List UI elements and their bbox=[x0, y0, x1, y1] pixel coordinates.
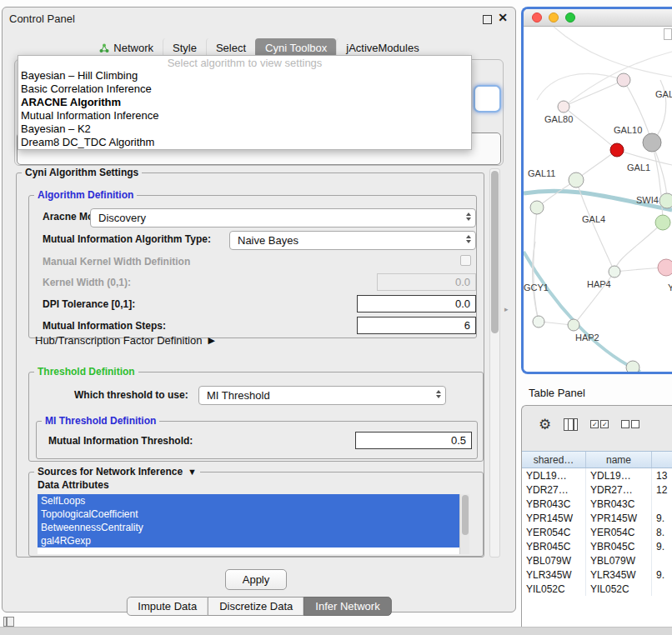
algorithm-option[interactable]: Bayesian – K2 bbox=[18, 122, 471, 136]
algorithm-dropdown: Select algorithm to view settings Bayesi… bbox=[18, 55, 472, 150]
table-row[interactable]: YIL052CYIL052C bbox=[522, 582, 672, 596]
control-panel-window: Control Panel ✕ NetworkStyleSelectCyni T… bbox=[2, 7, 516, 612]
which-threshold-value: MI Threshold bbox=[207, 389, 270, 402]
sources-title-text: Sources for Network Inference bbox=[38, 466, 183, 478]
threshold-definition-group: Threshold Definition Which threshold to … bbox=[28, 372, 484, 462]
hub-tf-label: Hub/Transcription Factor Definition bbox=[35, 334, 202, 347]
algorithm-option[interactable]: Dream8 DC_TDC Algorithm bbox=[18, 136, 471, 149]
attribute-item[interactable]: SelfLoops bbox=[38, 494, 459, 508]
float-panel-icon[interactable] bbox=[483, 15, 492, 24]
network-node[interactable] bbox=[659, 193, 672, 208]
mi-threshold-label: Mutual Information Threshold: bbox=[48, 435, 193, 447]
network-node[interactable] bbox=[658, 259, 672, 276]
which-threshold-select[interactable]: MI Threshold bbox=[198, 386, 446, 405]
network-edge[interactable] bbox=[564, 80, 624, 107]
network-window: GAL80GAL10GAL11GAL1SWI4GAL4GCY1HAP4HAP2G… bbox=[521, 7, 672, 374]
bottom-tab-discretize-data[interactable]: Discretize Data bbox=[208, 597, 304, 616]
table-row[interactable]: YBR045CYBR045C9. bbox=[522, 539, 672, 553]
aracne-mode-select[interactable]: Discovery bbox=[90, 208, 476, 228]
focused-button[interactable] bbox=[474, 85, 501, 112]
close-panel-icon[interactable]: ✕ bbox=[498, 11, 508, 24]
tab-label: jActiveModules bbox=[346, 42, 419, 54]
sources-group-title[interactable]: Sources for Network Inference ▼ bbox=[34, 466, 200, 478]
column-selector-icon[interactable] bbox=[564, 418, 578, 431]
algorithm-option[interactable]: Bayesian – Hill Climbing bbox=[18, 69, 471, 82]
mi-threshold-value: 0.5 bbox=[451, 434, 466, 447]
scrollbar-thumb[interactable] bbox=[462, 495, 469, 535]
attribute-item[interactable]: TopologicalCoefficient bbox=[38, 508, 459, 521]
network-edge[interactable] bbox=[652, 142, 663, 222]
table-row[interactable]: YDL19…YDL19…13 bbox=[522, 468, 672, 482]
network-node[interactable] bbox=[617, 73, 630, 87]
attributes-list[interactable]: SelfLoopsTopologicalCoefficientBetweenne… bbox=[38, 494, 469, 554]
network-node-label: GAL4 bbox=[582, 214, 605, 224]
network-edge[interactable] bbox=[524, 252, 640, 372]
bottom-tab-infer-network[interactable]: Infer Network bbox=[303, 597, 391, 616]
network-window-titlebar[interactable] bbox=[524, 9, 672, 27]
network-node[interactable] bbox=[568, 319, 579, 331]
panel-dock-icon[interactable] bbox=[3, 617, 14, 627]
table-row[interactable]: YPR145WYPR145W9. bbox=[522, 511, 672, 525]
algorithm-option[interactable]: ARACNE Algorithm bbox=[18, 96, 471, 109]
table-cell: YLR345W bbox=[586, 568, 652, 582]
network-node[interactable] bbox=[610, 143, 624, 157]
table-row[interactable]: YBR043CYBR043C bbox=[522, 497, 672, 511]
gear-icon[interactable]: ⚙ bbox=[539, 416, 551, 433]
network-node[interactable] bbox=[530, 201, 544, 214]
network-node[interactable] bbox=[609, 266, 620, 278]
algorithm-option[interactable]: Basic Correlation Inference bbox=[18, 82, 471, 96]
table-header-cell[interactable]: shared… bbox=[522, 452, 586, 468]
network-canvas[interactable]: GAL80GAL10GAL11GAL1SWI4GAL4GCY1HAP4HAP2G… bbox=[524, 27, 672, 372]
select-all-rows-icon[interactable]: ✓✓ bbox=[590, 420, 609, 428]
network-edge[interactable] bbox=[534, 208, 539, 322]
attribute-item[interactable]: gal4RGexp bbox=[38, 534, 459, 548]
network-edge[interactable] bbox=[537, 73, 624, 100]
algorithm-dropdown-list: Bayesian – Hill ClimbingBasic Correlatio… bbox=[18, 69, 471, 149]
apply-button[interactable]: Apply bbox=[225, 569, 287, 590]
network-node[interactable] bbox=[643, 133, 661, 152]
table-cell: YIL052C bbox=[586, 582, 652, 596]
dpi-tolerance-input[interactable]: 0.0 bbox=[357, 295, 476, 312]
network-node[interactable] bbox=[558, 101, 569, 112]
table-cell: YBL079W bbox=[522, 553, 586, 568]
tab-label: Network bbox=[113, 42, 153, 54]
table-row[interactable]: YBL079WYBL079W bbox=[522, 553, 672, 568]
network-node[interactable] bbox=[533, 316, 544, 328]
minimize-traffic-light[interactable] bbox=[549, 12, 559, 22]
close-traffic-light[interactable] bbox=[532, 12, 542, 22]
table-row[interactable]: YLR345WYLR345W9. bbox=[522, 568, 672, 582]
zoom-traffic-light[interactable] bbox=[565, 12, 575, 22]
manual-kernel-checkbox[interactable] bbox=[460, 255, 471, 266]
stepper-icon bbox=[466, 235, 471, 243]
table-cell: 12 bbox=[652, 482, 672, 497]
network-node[interactable] bbox=[626, 361, 639, 372]
mi-threshold-input[interactable]: 0.5 bbox=[355, 432, 472, 449]
network-node-label: GAL7 bbox=[655, 89, 672, 99]
hub-tf-section-toggle[interactable]: Hub/Transcription Factor Definition ▶ bbox=[35, 334, 215, 347]
network-node-label: GAL11 bbox=[528, 168, 555, 178]
control-panel-title: Control Panel bbox=[9, 12, 75, 25]
settings-scrollbar[interactable] bbox=[489, 168, 500, 558]
canvas-corner-button[interactable] bbox=[664, 28, 672, 40]
deselect-all-rows-icon[interactable] bbox=[621, 420, 639, 428]
mi-steps-input[interactable]: 6 bbox=[357, 317, 476, 334]
table-header-cell[interactable]: name bbox=[586, 452, 652, 468]
bottom-tab-impute-data[interactable]: Impute Data bbox=[126, 597, 208, 616]
table-header[interactable]: shared…name bbox=[522, 451, 672, 468]
network-node[interactable] bbox=[655, 215, 670, 230]
attribute-item[interactable]: BetweennessCentrality bbox=[38, 521, 459, 534]
kernel-width-value: 0.0 bbox=[455, 276, 470, 288]
algorithm-option[interactable]: Mutual Information Inference bbox=[18, 109, 471, 122]
stepper-icon bbox=[466, 212, 471, 221]
table-row[interactable]: YDR27…YDR27…12 bbox=[522, 482, 672, 497]
network-node[interactable] bbox=[569, 172, 584, 188]
table-header-cell[interactable] bbox=[652, 452, 672, 468]
network-edge[interactable] bbox=[554, 27, 672, 77]
attributes-scrollbar[interactable] bbox=[459, 494, 469, 554]
table-row[interactable]: YER054CYER054C8. bbox=[522, 525, 672, 539]
splitter-arrow-icon[interactable]: ▸ bbox=[504, 305, 509, 313]
network-edge[interactable] bbox=[614, 222, 663, 272]
scrollbar-thumb[interactable] bbox=[491, 171, 499, 333]
network-edge[interactable] bbox=[564, 107, 617, 150]
mi-type-select[interactable]: Naive Bayes bbox=[229, 231, 476, 250]
